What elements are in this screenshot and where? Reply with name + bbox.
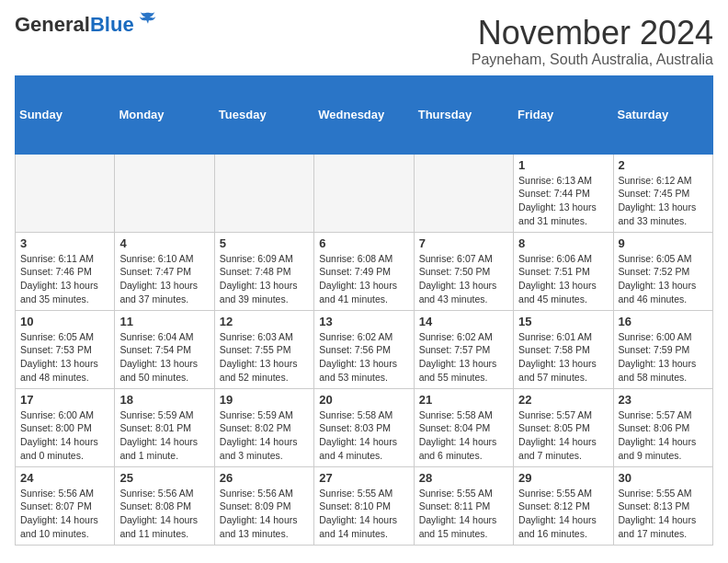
day-info: Sunrise: 6:01 AM Sunset: 7:58 PM Dayligh… <box>518 330 608 385</box>
calendar-cell <box>214 154 313 232</box>
cell-content: 26Sunrise: 5:56 AM Sunset: 8:09 PM Dayli… <box>220 471 309 541</box>
day-number: 23 <box>619 393 708 407</box>
day-number: 2 <box>619 158 708 172</box>
calendar-cell: 9Sunrise: 6:05 AM Sunset: 7:52 PM Daylig… <box>613 232 712 310</box>
day-number: 10 <box>20 315 109 328</box>
day-info: Sunrise: 6:11 AM Sunset: 7:46 PM Dayligh… <box>20 252 109 306</box>
day-info: Sunrise: 5:56 AM Sunset: 8:09 PM Dayligh… <box>220 487 309 541</box>
day-info: Sunrise: 5:56 AM Sunset: 8:07 PM Dayligh… <box>20 487 109 541</box>
calendar-cell: 24Sunrise: 5:56 AM Sunset: 8:07 PM Dayli… <box>16 466 115 545</box>
cell-content: 12Sunrise: 6:03 AM Sunset: 7:55 PM Dayli… <box>220 315 309 385</box>
calendar-cell: 8Sunrise: 6:06 AM Sunset: 7:51 PM Daylig… <box>514 232 613 310</box>
cell-content: 16Sunrise: 6:00 AM Sunset: 7:59 PM Dayli… <box>619 315 708 385</box>
day-info: Sunrise: 6:00 AM Sunset: 7:59 PM Dayligh… <box>619 330 708 385</box>
day-number: 30 <box>619 471 708 485</box>
day-info: Sunrise: 6:04 AM Sunset: 7:54 PM Dayligh… <box>119 330 209 385</box>
day-number: 15 <box>518 315 608 328</box>
day-number: 19 <box>220 393 309 407</box>
calendar-cell: 7Sunrise: 6:07 AM Sunset: 7:50 PM Daylig… <box>414 232 513 310</box>
day-info: Sunrise: 6:05 AM Sunset: 7:53 PM Dayligh… <box>20 330 109 385</box>
day-number: 26 <box>220 471 309 485</box>
day-number: 1 <box>518 158 608 172</box>
day-number: 25 <box>119 471 209 485</box>
calendar-cell: 30Sunrise: 5:55 AM Sunset: 8:13 PM Dayli… <box>613 466 712 545</box>
calendar-cell: 14Sunrise: 6:02 AM Sunset: 7:57 PM Dayli… <box>414 310 513 388</box>
day-info: Sunrise: 6:10 AM Sunset: 7:47 PM Dayligh… <box>119 252 209 306</box>
day-number: 14 <box>419 315 508 328</box>
day-info: Sunrise: 5:58 AM Sunset: 8:04 PM Dayligh… <box>419 408 508 463</box>
cell-content: 4Sunrise: 6:10 AM Sunset: 7:47 PM Daylig… <box>119 236 209 306</box>
day-info: Sunrise: 6:12 AM Sunset: 7:45 PM Dayligh… <box>619 174 708 228</box>
cell-content: 8Sunrise: 6:06 AM Sunset: 7:51 PM Daylig… <box>518 236 608 306</box>
day-info: Sunrise: 5:59 AM Sunset: 8:02 PM Dayligh… <box>220 408 309 463</box>
calendar-day-header: Monday <box>115 75 214 154</box>
day-info: Sunrise: 5:55 AM Sunset: 8:12 PM Dayligh… <box>518 487 608 541</box>
calendar-cell: 10Sunrise: 6:05 AM Sunset: 7:53 PM Dayli… <box>16 310 115 388</box>
calendar-cell: 16Sunrise: 6:00 AM Sunset: 7:59 PM Dayli… <box>613 310 712 388</box>
day-number: 13 <box>319 315 408 328</box>
cell-content: 20Sunrise: 5:58 AM Sunset: 8:03 PM Dayli… <box>319 393 408 463</box>
calendar-cell: 15Sunrise: 6:01 AM Sunset: 7:58 PM Dayli… <box>514 310 613 388</box>
calendar-day-header: Wednesday <box>314 75 414 154</box>
day-info: Sunrise: 6:09 AM Sunset: 7:48 PM Dayligh… <box>220 252 309 306</box>
calendar-week-row: 24Sunrise: 5:56 AM Sunset: 8:07 PM Dayli… <box>16 466 713 545</box>
day-info: Sunrise: 6:02 AM Sunset: 7:57 PM Dayligh… <box>419 330 508 385</box>
cell-content: 22Sunrise: 5:57 AM Sunset: 8:05 PM Dayli… <box>518 393 608 463</box>
day-number: 11 <box>119 315 209 328</box>
day-number: 8 <box>518 236 608 250</box>
cell-content: 24Sunrise: 5:56 AM Sunset: 8:07 PM Dayli… <box>20 471 109 541</box>
day-number: 12 <box>220 315 309 328</box>
day-info: Sunrise: 6:13 AM Sunset: 7:44 PM Dayligh… <box>518 174 608 228</box>
month-title: November 2024 <box>472 15 713 52</box>
cell-content: 15Sunrise: 6:01 AM Sunset: 7:58 PM Dayli… <box>518 315 608 385</box>
day-number: 7 <box>419 236 508 250</box>
logo-text: GeneralBlue <box>15 15 134 35</box>
cell-content: 28Sunrise: 5:55 AM Sunset: 8:11 PM Dayli… <box>419 471 508 541</box>
day-info: Sunrise: 6:06 AM Sunset: 7:51 PM Dayligh… <box>518 252 608 306</box>
title-block: November 2024 Payneham, South Australia,… <box>472 15 713 68</box>
day-info: Sunrise: 6:07 AM Sunset: 7:50 PM Dayligh… <box>419 252 508 306</box>
page-header: GeneralBlue November 2024 Payneham, Sout… <box>15 15 713 68</box>
calendar-day-header: Thursday <box>414 75 513 154</box>
day-info: Sunrise: 5:58 AM Sunset: 8:03 PM Dayligh… <box>319 408 408 463</box>
day-number: 16 <box>619 315 708 328</box>
cell-content: 18Sunrise: 5:59 AM Sunset: 8:01 PM Dayli… <box>119 393 209 463</box>
calendar-day-header: Saturday <box>613 75 712 154</box>
day-number: 20 <box>319 393 408 407</box>
day-number: 6 <box>319 236 408 250</box>
calendar-week-row: 10Sunrise: 6:05 AM Sunset: 7:53 PM Dayli… <box>16 310 713 388</box>
cell-content: 30Sunrise: 5:55 AM Sunset: 8:13 PM Dayli… <box>619 471 708 541</box>
cell-content: 23Sunrise: 5:57 AM Sunset: 8:06 PM Dayli… <box>619 393 708 463</box>
day-number: 21 <box>419 393 508 407</box>
calendar-cell <box>314 154 414 232</box>
day-info: Sunrise: 5:55 AM Sunset: 8:13 PM Dayligh… <box>619 487 708 541</box>
calendar-cell: 1Sunrise: 6:13 AM Sunset: 7:44 PM Daylig… <box>514 154 613 232</box>
calendar-cell: 11Sunrise: 6:04 AM Sunset: 7:54 PM Dayli… <box>115 310 214 388</box>
day-number: 18 <box>119 393 209 407</box>
calendar-cell: 20Sunrise: 5:58 AM Sunset: 8:03 PM Dayli… <box>314 388 414 466</box>
calendar-cell: 22Sunrise: 5:57 AM Sunset: 8:05 PM Dayli… <box>514 388 613 466</box>
day-info: Sunrise: 6:08 AM Sunset: 7:49 PM Dayligh… <box>319 252 408 306</box>
calendar-cell: 13Sunrise: 6:02 AM Sunset: 7:56 PM Dayli… <box>314 310 414 388</box>
cell-content: 19Sunrise: 5:59 AM Sunset: 8:02 PM Dayli… <box>220 393 309 463</box>
calendar-cell <box>115 154 214 232</box>
cell-content: 27Sunrise: 5:55 AM Sunset: 8:10 PM Dayli… <box>319 471 408 541</box>
calendar-cell: 27Sunrise: 5:55 AM Sunset: 8:10 PM Dayli… <box>314 466 414 545</box>
day-info: Sunrise: 5:56 AM Sunset: 8:08 PM Dayligh… <box>119 487 209 541</box>
location-title: Payneham, South Australia, Australia <box>472 52 713 68</box>
cell-content: 25Sunrise: 5:56 AM Sunset: 8:08 PM Dayli… <box>119 471 209 541</box>
cell-content: 17Sunrise: 6:00 AM Sunset: 8:00 PM Dayli… <box>20 393 109 463</box>
calendar-cell: 19Sunrise: 5:59 AM Sunset: 8:02 PM Dayli… <box>214 388 313 466</box>
calendar-cell: 28Sunrise: 5:55 AM Sunset: 8:11 PM Dayli… <box>414 466 513 545</box>
cell-content: 6Sunrise: 6:08 AM Sunset: 7:49 PM Daylig… <box>319 236 408 306</box>
calendar-week-row: 17Sunrise: 6:00 AM Sunset: 8:00 PM Dayli… <box>16 388 713 466</box>
day-info: Sunrise: 6:05 AM Sunset: 7:52 PM Dayligh… <box>619 252 708 306</box>
day-info: Sunrise: 5:57 AM Sunset: 8:05 PM Dayligh… <box>518 408 608 463</box>
day-number: 9 <box>619 236 708 250</box>
day-number: 4 <box>119 236 209 250</box>
cell-content: 21Sunrise: 5:58 AM Sunset: 8:04 PM Dayli… <box>419 393 508 463</box>
cell-content: 29Sunrise: 5:55 AM Sunset: 8:12 PM Dayli… <box>518 471 608 541</box>
logo-blue: Blue <box>90 13 134 36</box>
calendar-header-row: SundayMondayTuesdayWednesdayThursdayFrid… <box>16 75 713 154</box>
day-info: Sunrise: 5:55 AM Sunset: 8:10 PM Dayligh… <box>319 487 408 541</box>
